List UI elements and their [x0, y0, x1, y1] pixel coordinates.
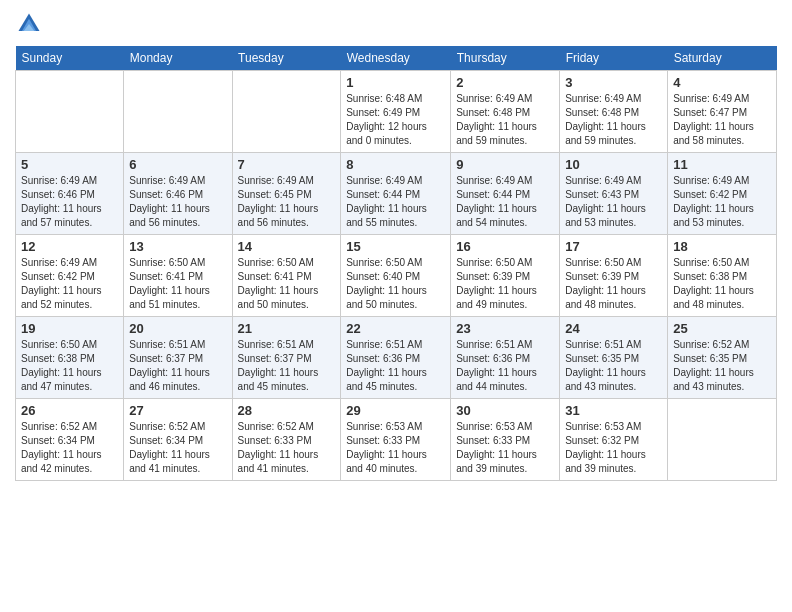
- day-cell: 30Sunrise: 6:53 AMSunset: 6:33 PMDayligh…: [451, 399, 560, 481]
- day-number: 15: [346, 239, 445, 254]
- day-info: Sunrise: 6:51 AMSunset: 6:37 PMDaylight:…: [129, 338, 226, 394]
- day-info: Sunrise: 6:50 AMSunset: 6:39 PMDaylight:…: [456, 256, 554, 312]
- day-info: Sunrise: 6:50 AMSunset: 6:41 PMDaylight:…: [129, 256, 226, 312]
- day-cell: 4Sunrise: 6:49 AMSunset: 6:47 PMDaylight…: [668, 71, 777, 153]
- logo-icon: [15, 10, 43, 38]
- day-number: 22: [346, 321, 445, 336]
- day-info: Sunrise: 6:49 AMSunset: 6:45 PMDaylight:…: [238, 174, 336, 230]
- day-number: 27: [129, 403, 226, 418]
- day-info: Sunrise: 6:51 AMSunset: 6:36 PMDaylight:…: [346, 338, 445, 394]
- day-number: 13: [129, 239, 226, 254]
- weekday-header: Sunday: [16, 46, 124, 71]
- weekday-header: Wednesday: [341, 46, 451, 71]
- day-number: 9: [456, 157, 554, 172]
- day-cell: 10Sunrise: 6:49 AMSunset: 6:43 PMDayligh…: [560, 153, 668, 235]
- week-row: 19Sunrise: 6:50 AMSunset: 6:38 PMDayligh…: [16, 317, 777, 399]
- day-cell: [124, 71, 232, 153]
- day-cell: 7Sunrise: 6:49 AMSunset: 6:45 PMDaylight…: [232, 153, 341, 235]
- day-number: 20: [129, 321, 226, 336]
- day-number: 11: [673, 157, 771, 172]
- day-cell: 29Sunrise: 6:53 AMSunset: 6:33 PMDayligh…: [341, 399, 451, 481]
- day-info: Sunrise: 6:52 AMSunset: 6:33 PMDaylight:…: [238, 420, 336, 476]
- weekday-header: Monday: [124, 46, 232, 71]
- day-cell: 8Sunrise: 6:49 AMSunset: 6:44 PMDaylight…: [341, 153, 451, 235]
- day-cell: 16Sunrise: 6:50 AMSunset: 6:39 PMDayligh…: [451, 235, 560, 317]
- day-cell: 5Sunrise: 6:49 AMSunset: 6:46 PMDaylight…: [16, 153, 124, 235]
- day-info: Sunrise: 6:52 AMSunset: 6:34 PMDaylight:…: [129, 420, 226, 476]
- day-info: Sunrise: 6:53 AMSunset: 6:32 PMDaylight:…: [565, 420, 662, 476]
- day-info: Sunrise: 6:53 AMSunset: 6:33 PMDaylight:…: [456, 420, 554, 476]
- day-cell: [668, 399, 777, 481]
- day-number: 1: [346, 75, 445, 90]
- day-info: Sunrise: 6:53 AMSunset: 6:33 PMDaylight:…: [346, 420, 445, 476]
- week-row: 5Sunrise: 6:49 AMSunset: 6:46 PMDaylight…: [16, 153, 777, 235]
- week-row: 12Sunrise: 6:49 AMSunset: 6:42 PMDayligh…: [16, 235, 777, 317]
- page: SundayMondayTuesdayWednesdayThursdayFrid…: [0, 0, 792, 612]
- day-info: Sunrise: 6:49 AMSunset: 6:44 PMDaylight:…: [456, 174, 554, 230]
- day-cell: 31Sunrise: 6:53 AMSunset: 6:32 PMDayligh…: [560, 399, 668, 481]
- logo: [15, 10, 47, 38]
- day-info: Sunrise: 6:49 AMSunset: 6:48 PMDaylight:…: [456, 92, 554, 148]
- day-number: 28: [238, 403, 336, 418]
- day-info: Sunrise: 6:51 AMSunset: 6:37 PMDaylight:…: [238, 338, 336, 394]
- day-info: Sunrise: 6:50 AMSunset: 6:40 PMDaylight:…: [346, 256, 445, 312]
- week-row: 1Sunrise: 6:48 AMSunset: 6:49 PMDaylight…: [16, 71, 777, 153]
- day-cell: 26Sunrise: 6:52 AMSunset: 6:34 PMDayligh…: [16, 399, 124, 481]
- day-number: 30: [456, 403, 554, 418]
- day-cell: 24Sunrise: 6:51 AMSunset: 6:35 PMDayligh…: [560, 317, 668, 399]
- day-number: 8: [346, 157, 445, 172]
- day-number: 3: [565, 75, 662, 90]
- day-info: Sunrise: 6:51 AMSunset: 6:36 PMDaylight:…: [456, 338, 554, 394]
- day-info: Sunrise: 6:49 AMSunset: 6:43 PMDaylight:…: [565, 174, 662, 230]
- calendar-table: SundayMondayTuesdayWednesdayThursdayFrid…: [15, 46, 777, 481]
- day-number: 31: [565, 403, 662, 418]
- header-row: SundayMondayTuesdayWednesdayThursdayFrid…: [16, 46, 777, 71]
- day-cell: 11Sunrise: 6:49 AMSunset: 6:42 PMDayligh…: [668, 153, 777, 235]
- day-info: Sunrise: 6:50 AMSunset: 6:38 PMDaylight:…: [21, 338, 118, 394]
- day-number: 19: [21, 321, 118, 336]
- day-cell: 23Sunrise: 6:51 AMSunset: 6:36 PMDayligh…: [451, 317, 560, 399]
- day-number: 2: [456, 75, 554, 90]
- day-info: Sunrise: 6:50 AMSunset: 6:41 PMDaylight:…: [238, 256, 336, 312]
- day-info: Sunrise: 6:52 AMSunset: 6:34 PMDaylight:…: [21, 420, 118, 476]
- day-cell: 3Sunrise: 6:49 AMSunset: 6:48 PMDaylight…: [560, 71, 668, 153]
- day-number: 21: [238, 321, 336, 336]
- day-cell: 15Sunrise: 6:50 AMSunset: 6:40 PMDayligh…: [341, 235, 451, 317]
- day-cell: 9Sunrise: 6:49 AMSunset: 6:44 PMDaylight…: [451, 153, 560, 235]
- day-info: Sunrise: 6:48 AMSunset: 6:49 PMDaylight:…: [346, 92, 445, 148]
- day-info: Sunrise: 6:50 AMSunset: 6:39 PMDaylight:…: [565, 256, 662, 312]
- day-number: 18: [673, 239, 771, 254]
- day-cell: 1Sunrise: 6:48 AMSunset: 6:49 PMDaylight…: [341, 71, 451, 153]
- day-number: 4: [673, 75, 771, 90]
- day-info: Sunrise: 6:49 AMSunset: 6:44 PMDaylight:…: [346, 174, 445, 230]
- day-cell: 20Sunrise: 6:51 AMSunset: 6:37 PMDayligh…: [124, 317, 232, 399]
- weekday-header: Thursday: [451, 46, 560, 71]
- weekday-header: Saturday: [668, 46, 777, 71]
- day-cell: 6Sunrise: 6:49 AMSunset: 6:46 PMDaylight…: [124, 153, 232, 235]
- day-number: 5: [21, 157, 118, 172]
- day-cell: 14Sunrise: 6:50 AMSunset: 6:41 PMDayligh…: [232, 235, 341, 317]
- day-number: 17: [565, 239, 662, 254]
- day-number: 23: [456, 321, 554, 336]
- header: [15, 10, 777, 38]
- day-cell: 19Sunrise: 6:50 AMSunset: 6:38 PMDayligh…: [16, 317, 124, 399]
- day-info: Sunrise: 6:52 AMSunset: 6:35 PMDaylight:…: [673, 338, 771, 394]
- day-cell: [232, 71, 341, 153]
- day-number: 7: [238, 157, 336, 172]
- day-info: Sunrise: 6:49 AMSunset: 6:46 PMDaylight:…: [129, 174, 226, 230]
- day-info: Sunrise: 6:49 AMSunset: 6:48 PMDaylight:…: [565, 92, 662, 148]
- day-number: 29: [346, 403, 445, 418]
- day-number: 16: [456, 239, 554, 254]
- day-number: 6: [129, 157, 226, 172]
- day-info: Sunrise: 6:49 AMSunset: 6:47 PMDaylight:…: [673, 92, 771, 148]
- day-cell: 17Sunrise: 6:50 AMSunset: 6:39 PMDayligh…: [560, 235, 668, 317]
- day-number: 10: [565, 157, 662, 172]
- weekday-header: Tuesday: [232, 46, 341, 71]
- day-cell: 13Sunrise: 6:50 AMSunset: 6:41 PMDayligh…: [124, 235, 232, 317]
- day-cell: 21Sunrise: 6:51 AMSunset: 6:37 PMDayligh…: [232, 317, 341, 399]
- day-info: Sunrise: 6:49 AMSunset: 6:42 PMDaylight:…: [21, 256, 118, 312]
- day-number: 26: [21, 403, 118, 418]
- day-cell: 22Sunrise: 6:51 AMSunset: 6:36 PMDayligh…: [341, 317, 451, 399]
- day-number: 25: [673, 321, 771, 336]
- day-cell: 12Sunrise: 6:49 AMSunset: 6:42 PMDayligh…: [16, 235, 124, 317]
